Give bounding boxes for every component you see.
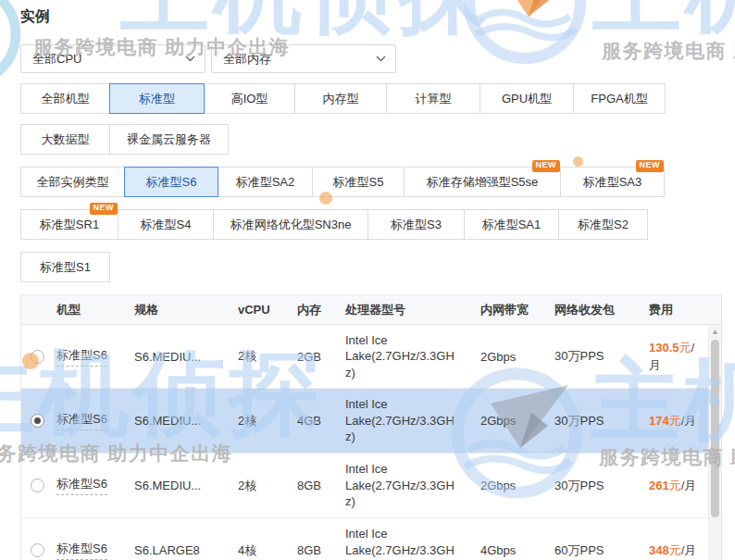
cell-processor: Intel Ice Lake(2.7GHz/3.3GHz) <box>345 526 456 560</box>
tab-inst-sa2[interactable]: 标准型SA2 <box>218 167 313 197</box>
new-badge: NEW <box>90 203 118 215</box>
cell-packets: 30万PPS <box>551 389 640 453</box>
tab-gpu[interactable]: GPU机型 <box>480 83 574 114</box>
cell-memory: 2GB <box>293 325 342 388</box>
cell-spec: S6.MEDIU... <box>131 454 234 517</box>
page-title: 实例 <box>20 7 50 27</box>
cell-vcpu: 2核 <box>234 389 293 453</box>
table-body: 标准型S6 S6.MEDIU... 2核 2GB Intel Ice Lake(… <box>21 325 721 560</box>
new-badge: NEW <box>636 160 665 172</box>
cpu-filter-select[interactable]: 全部CPU <box>20 44 206 73</box>
instance-table: 机型 规格 vCPU 内存 处理器型号 内网带宽 网络收发包 费用 标准型S6 … <box>20 294 722 560</box>
cell-vcpu: 2核 <box>234 325 293 388</box>
cell-spec: S6.LARGE8 <box>131 518 234 560</box>
chevron-down-icon <box>376 56 386 62</box>
cpu-filter-value: 全部CPU <box>32 51 81 68</box>
cell-packets: 60万PPS <box>551 518 640 560</box>
cell-price: 261元/月 <box>640 454 706 517</box>
tab-inst-s5[interactable]: 标准型S5 <box>312 167 405 197</box>
memory-filter-value: 全部内存 <box>223 51 271 68</box>
tab-inst-s5se[interactable]: 标准存储增强型S5se NEW <box>404 167 561 197</box>
tab-inst-sr1[interactable]: 标准型SR1 NEW <box>20 209 118 240</box>
cell-price: 130.5元/月 <box>640 325 706 388</box>
tab-inst-all[interactable]: 全部实例类型 <box>20 167 125 197</box>
cell-price: 348元/月 <box>640 518 706 560</box>
watermark-brand-text: 主机侦探 <box>592 0 735 40</box>
tab-baremetal[interactable]: 裸金属云服务器 <box>109 124 229 155</box>
col-price: 费用 <box>640 295 706 324</box>
radio-select[interactable] <box>31 479 44 492</box>
radio-select[interactable] <box>31 543 44 557</box>
tab-compute[interactable]: 计算型 <box>386 83 480 114</box>
scrollbar-thumb[interactable] <box>711 340 719 517</box>
instance-type-tabs-row3: 标准型S1 <box>20 252 110 282</box>
tab-memory-type[interactable]: 内存型 <box>294 83 387 114</box>
table-row[interactable]: 标准型S6 S6.MEDIU... 2核 8GB Intel Ice Lake(… <box>21 453 721 517</box>
cell-processor: Intel Ice Lake(2.7GHz/3.3GHz) <box>345 396 456 445</box>
watermark-dot <box>573 156 583 167</box>
cell-model[interactable]: 标准型S6 <box>56 476 107 495</box>
col-model: 机型 <box>53 295 131 324</box>
table-scrollbar[interactable]: ▲ <box>708 325 721 560</box>
machine-type-tabs: 全部机型 标准型 高IO型 内存型 计算型 GPU机型 FPGA机型 <box>20 83 666 114</box>
tab-standard[interactable]: 标准型 <box>109 83 205 114</box>
scroll-up-button[interactable]: ▲ <box>709 327 721 338</box>
tab-inst-sa3[interactable]: 标准型SA3 NEW <box>560 167 665 197</box>
cell-bandwidth: 2Gbps <box>477 454 551 517</box>
col-memory: 内存 <box>293 295 342 324</box>
table-row-selected[interactable]: 标准型S6 S6.MEDIU... 2核 4GB Intel Ice Lake(… <box>21 388 721 453</box>
tab-fpga[interactable]: FPGA机型 <box>573 83 666 114</box>
watermark-tagline: 服务跨境电商 助力中企出海 <box>602 38 735 64</box>
col-bandwidth: 内网带宽 <box>477 295 551 324</box>
watermark-logo-icon <box>455 0 594 72</box>
cell-memory: 4GB <box>293 389 342 453</box>
new-badge: NEW <box>532 160 561 172</box>
tab-inst-s4[interactable]: 标准型S4 <box>118 209 214 240</box>
col-processor: 处理器型号 <box>342 295 477 324</box>
memory-filter-select[interactable]: 全部内存 <box>211 44 396 73</box>
tab-inst-s2[interactable]: 标准型S2 <box>558 209 648 240</box>
tab-inst-s6[interactable]: 标准型S6 <box>124 167 218 197</box>
tab-inst-sa1[interactable]: 标准型SA1 <box>464 209 559 240</box>
tab-inst-s3[interactable]: 标准型S3 <box>368 209 465 240</box>
machine-type-tabs-row2: 大数据型 裸金属云服务器 <box>20 124 229 155</box>
tab-bigdata[interactable]: 大数据型 <box>20 124 110 155</box>
watermark-brand-text: 主机侦探 <box>120 0 491 40</box>
cell-model[interactable]: 标准型S6 <box>56 541 107 560</box>
cell-model[interactable]: 标准型S6 <box>56 411 107 430</box>
table-row[interactable]: 标准型S6 S6.LARGE8 4核 8GB Intel Ice Lake(2.… <box>21 517 721 560</box>
instance-config-panel: 实例 全部CPU 全部内存 全部机型 标准型 高IO型 内存型 计算型 GPU机… <box>0 0 735 560</box>
tab-inst-s1[interactable]: 标准型S1 <box>20 252 110 282</box>
cell-spec: S6.MEDIU... <box>131 389 234 453</box>
table-row[interactable]: 标准型S6 S6.MEDIU... 2核 2GB Intel Ice Lake(… <box>21 325 721 388</box>
tab-inst-sn3ne[interactable]: 标准网络优化型SN3ne <box>213 209 368 240</box>
cell-packets: 30万PPS <box>551 325 640 388</box>
chevron-down-icon <box>185 56 195 62</box>
cell-price: 174元/月 <box>640 389 706 453</box>
col-packets: 网络收发包 <box>551 295 640 324</box>
tab-all-models[interactable]: 全部机型 <box>20 83 110 114</box>
instance-type-tabs-row2: 标准型SR1 NEW 标准型S4 标准网络优化型SN3ne 标准型S3 标准型S… <box>20 209 648 240</box>
cell-bandwidth: 2Gbps <box>477 325 551 388</box>
cell-bandwidth: 4Gbps <box>477 518 551 560</box>
col-spec: 规格 <box>131 295 234 324</box>
cell-vcpu: 2核 <box>234 454 293 517</box>
table-header: 机型 规格 vCPU 内存 处理器型号 内网带宽 网络收发包 费用 <box>21 295 721 325</box>
cell-memory: 8GB <box>293 454 342 517</box>
col-vcpu: vCPU <box>234 295 293 324</box>
cell-vcpu: 4核 <box>234 518 293 560</box>
cell-spec: S6.MEDIU... <box>131 325 234 388</box>
cell-packets: 30万PPS <box>551 454 640 517</box>
instance-type-tabs: 全部实例类型 标准型S6 标准型SA2 标准型S5 标准存储增强型S5se NE… <box>20 167 665 197</box>
radio-select[interactable] <box>31 350 44 364</box>
radio-selected[interactable] <box>31 414 44 428</box>
cell-processor: Intel Ice Lake(2.7GHz/3.3GHz) <box>345 461 456 510</box>
cell-model[interactable]: 标准型S6 <box>56 347 107 367</box>
cell-memory: 8GB <box>293 518 342 560</box>
cell-processor: Intel Ice Lake(2.7GHz/3.3GHz) <box>345 332 456 381</box>
cell-bandwidth: 2Gbps <box>477 389 551 453</box>
tab-high-io[interactable]: 高IO型 <box>204 83 295 114</box>
